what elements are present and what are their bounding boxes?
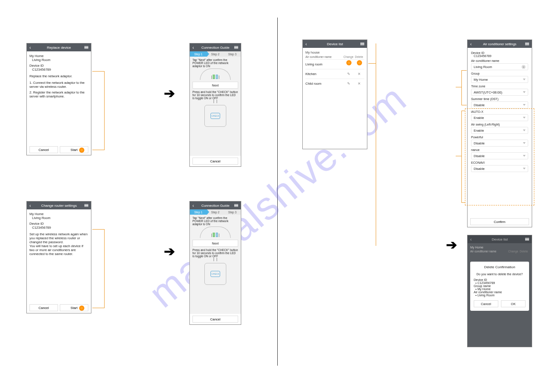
back-icon: ‹ (470, 237, 472, 242)
step-3-tab[interactable]: Step 3 (224, 51, 241, 57)
step-3-tab[interactable]: Step 3 (224, 209, 241, 215)
titlebar: ‹ Change router settings (27, 201, 91, 209)
hamburger-icon[interactable] (525, 43, 529, 46)
airswing-select[interactable]: Enable (471, 127, 528, 134)
dialog-ok-button[interactable]: OK (501, 300, 526, 307)
screen-delete-dialog: ‹ Device list My Home Air conditioner na… (467, 235, 532, 347)
arrow-icon: ➔ (446, 237, 457, 252)
econavi-select[interactable]: Disable (471, 165, 528, 172)
screen-connection-guide-1: ‹ Connection Guide Step 1 Step 2 Step 3 … (189, 43, 241, 167)
cancel-button[interactable]: Cancel (29, 146, 58, 153)
back-icon[interactable]: ‹ (192, 45, 194, 50)
screen-device-list: ‹ Device list My house Air conditioner n… (302, 40, 367, 149)
step-1-tab[interactable]: Step 1 (190, 209, 207, 215)
list-row-child: Child room ✎ ✕ (305, 79, 364, 88)
iautox-select[interactable]: Enable (471, 114, 528, 121)
arrow-icon: ➔ (164, 86, 175, 101)
col-change: Change (343, 55, 354, 58)
home-label: My Home (29, 212, 88, 216)
back-icon[interactable]: ‹ (305, 42, 307, 47)
acname: • Living Room (475, 294, 526, 297)
dialog-question: Do you want to delete the device? (474, 273, 526, 276)
cancel-button[interactable]: Cancel (29, 304, 58, 311)
device-id: C123456789 (32, 226, 88, 230)
timezone-select[interactable]: AWST(UTC+08:00) (471, 89, 528, 96)
press-hold-text: Press and hold the "CHECK" button for 10… (192, 90, 238, 100)
title: Connection Guide (196, 46, 234, 50)
title: Air conditioner settings (474, 42, 525, 46)
delete-icon[interactable]: ✕ (354, 72, 364, 76)
list-header: Air conditioner name Change Delete (305, 54, 364, 59)
dialog-cancel-button[interactable]: Cancel (474, 300, 498, 307)
step-1-tab[interactable]: Step 1 (190, 51, 207, 57)
back-icon[interactable]: ‹ (192, 203, 194, 208)
body: Tap "Next" after confirm the POWER LED o… (190, 57, 241, 156)
devid-lbl: Device ID (474, 278, 526, 281)
callout-top (368, 43, 376, 64)
next-button[interactable]: Next (192, 240, 238, 247)
col-name: Air conditioner name (305, 55, 343, 58)
body: My Home Living Room Device ID C123456789… (27, 209, 91, 302)
cancel-button[interactable]: Cancel (192, 158, 238, 165)
arrow-icon: ➔ (164, 244, 175, 259)
powerful-label: Powerful (471, 136, 528, 139)
next-button[interactable]: Next (192, 82, 238, 89)
tap-next-text: Tap "Next" after confirm the POWER LED o… (192, 216, 238, 226)
iautox-label: iAUTO-X (471, 110, 528, 113)
hamburger-icon[interactable] (234, 46, 238, 49)
devid: • C123456789 (475, 281, 526, 284)
hamburger-icon[interactable] (84, 46, 88, 49)
airswing-label: Air swing (Left-Right) (471, 123, 528, 126)
dst-label: Summer time (DST) (471, 97, 528, 101)
house-name: My house (305, 50, 364, 54)
home-label: My Home (29, 54, 88, 58)
step1: 1. Connect the network adaptor to the se… (29, 81, 88, 89)
dimmed-header: Air conditioner name Change Delete (470, 249, 529, 254)
device-id: C123456789 (474, 54, 528, 58)
back-icon[interactable]: ‹ (29, 45, 31, 50)
list-row-kitchen: Kitchen ✎ ✕ (305, 69, 364, 79)
back-icon[interactable]: ‹ (29, 203, 31, 208)
row-name: Child room (305, 82, 343, 86)
titlebar: ‹ Air conditioner settings (468, 40, 532, 48)
cancel-button[interactable]: Cancel (192, 316, 238, 323)
step-2-tab[interactable]: Step 2 (207, 209, 224, 215)
edit-icon[interactable]: ✎ (343, 72, 354, 76)
titlebar: ‹ Connection Guide (190, 43, 241, 51)
callout-vert (368, 64, 376, 246)
check-button-illustration: CHECK (210, 113, 220, 119)
ac-name-input[interactable]: Living Room (471, 63, 528, 70)
callout-line-2 (92, 229, 105, 308)
nanoe-select[interactable]: Disable (471, 152, 528, 159)
device-id: C123456789 (32, 68, 88, 72)
device-id-label: Device ID (29, 64, 88, 68)
powerful-select[interactable]: Disable (471, 140, 528, 147)
dst-select[interactable]: Disable (471, 101, 528, 108)
screen-change-router: ‹ Change router settings My Home Living … (26, 201, 91, 313)
tap-next-text: Tap "Next" after confirm the POWER LED o… (192, 58, 238, 68)
acname-lbl: Air conditioner name (474, 291, 526, 294)
delete-icon[interactable]: ✕ (354, 82, 364, 86)
group-label: Group (471, 72, 528, 75)
title: Replace device (33, 46, 84, 50)
nanoe-label: nanoe (471, 148, 528, 151)
confirm-button[interactable]: Confirm (470, 218, 529, 225)
bracket-top-tail (456, 87, 461, 87)
hamburger-icon[interactable] (360, 43, 364, 46)
highlight-start-2 (79, 306, 84, 311)
step-2-tab[interactable]: Step 2 (207, 51, 224, 57)
intro: Replace the network adaptor. (29, 74, 88, 78)
group-select[interactable]: My Home (471, 76, 528, 83)
back-icon[interactable]: ‹ (470, 42, 472, 47)
hamburger-icon[interactable] (234, 204, 238, 207)
body: My Home Living Room Device ID C123456789… (27, 51, 91, 144)
timezone-label: Time zone (471, 85, 528, 88)
device-id-label: Device ID (29, 222, 88, 226)
room: Living Room (32, 216, 88, 220)
group: • My Home (475, 288, 526, 291)
title: Device list (309, 42, 360, 46)
hamburger-icon[interactable] (84, 204, 88, 207)
bracket-bottom-tail (456, 156, 461, 156)
bracket-top (461, 70, 467, 105)
edit-icon[interactable]: ✎ (343, 82, 354, 86)
